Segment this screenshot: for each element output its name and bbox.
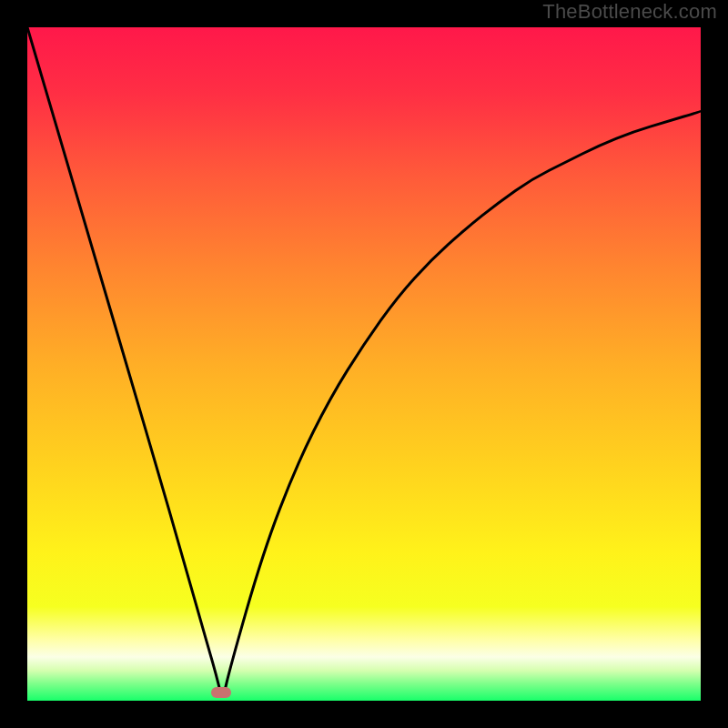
plot-area — [27, 27, 701, 701]
curve-layer — [27, 27, 701, 701]
watermark-text: TheBottleneck.com — [542, 0, 717, 24]
bottleneck-curve — [27, 27, 701, 693]
minimum-marker — [211, 687, 231, 698]
chart-frame: TheBottleneck.com — [0, 0, 728, 728]
